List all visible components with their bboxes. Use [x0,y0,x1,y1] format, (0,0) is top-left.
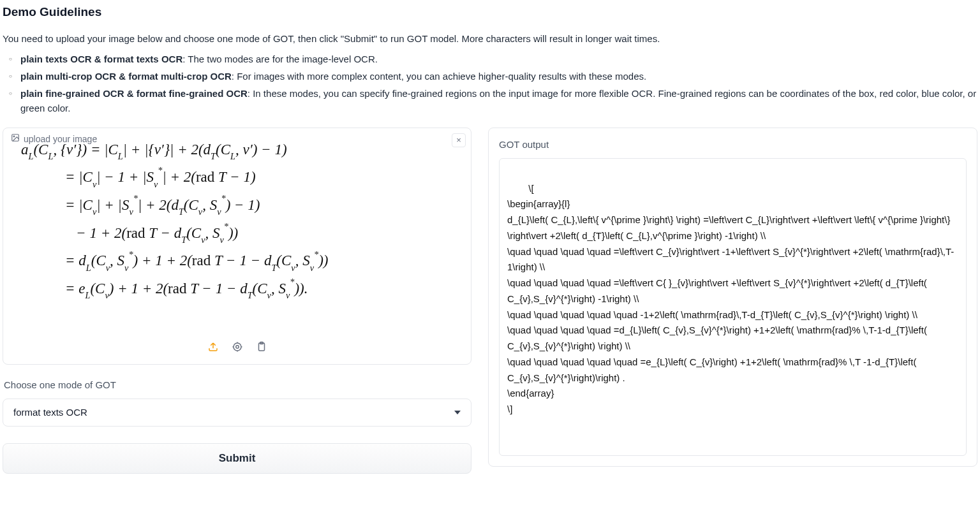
mode-desc: : The two modes are for the image-level … [182,54,378,64]
clipboard-icon [256,341,267,356]
upload-icon [207,341,219,356]
svg-point-2 [234,343,241,351]
camera-icon [232,341,243,356]
submit-button[interactable]: Submit [3,443,471,474]
output-panel: GOT output \[ \begin{array}{l} d_{L}\lef… [488,128,977,467]
list-item: plain multi-crop OCR & format multi-crop… [3,69,977,84]
upload-label: upload your image [11,133,97,147]
mode-select-label: Choose one mode of GOT [4,377,470,392]
intro-text: You need to upload your image below and … [3,31,977,46]
svg-point-3 [235,345,239,348]
clear-image-button[interactable]: × [452,133,466,147]
output-textarea[interactable]: \[ \begin{array}{l} d_{L}\left( C_{L},\l… [499,158,967,457]
svg-point-1 [13,136,15,137]
mode-desc: : For images with more complex content, … [232,71,646,82]
image-icon [11,133,20,147]
math-content: aL(CL, {v′}) = |CL| + |{v′}| + 2(dT(CL, … [21,136,453,303]
chevron-down-icon [454,411,461,414]
upload-panel: upload your image × aL(CL, {v′}) = |CL| … [3,128,471,365]
page-title: Demo Guidelines [3,3,977,21]
list-item: plain fine-grained OCR & format fine-gra… [3,86,977,116]
mode-select[interactable]: format texts OCR [3,398,471,427]
image-toolbar [207,342,268,355]
list-item: plain texts OCR & format texts OCR: The … [3,52,977,66]
resize-icon [956,479,980,486]
paste-button[interactable] [255,342,268,355]
output-text: \[ \begin{array}{l} d_{L}\left( C_{L},\l… [507,183,954,415]
selected-mode: format texts OCR [13,405,87,420]
mode-name: plain texts OCR & format texts OCR [20,54,182,64]
webcam-button[interactable] [231,342,244,355]
output-title: GOT output [499,137,967,152]
close-icon: × [456,134,461,147]
resize-handle[interactable] [956,446,964,453]
modes-list: plain texts OCR & format texts OCR: The … [3,52,977,116]
mode-name: plain fine-grained OCR & format fine-gra… [20,88,248,99]
upload-button[interactable] [207,342,219,355]
uploaded-image[interactable]: aL(CL, {v′}) = |CL| + |{v′}| + 2(dT(CL, … [3,128,471,364]
mode-name: plain multi-crop OCR & format multi-crop… [20,71,232,82]
